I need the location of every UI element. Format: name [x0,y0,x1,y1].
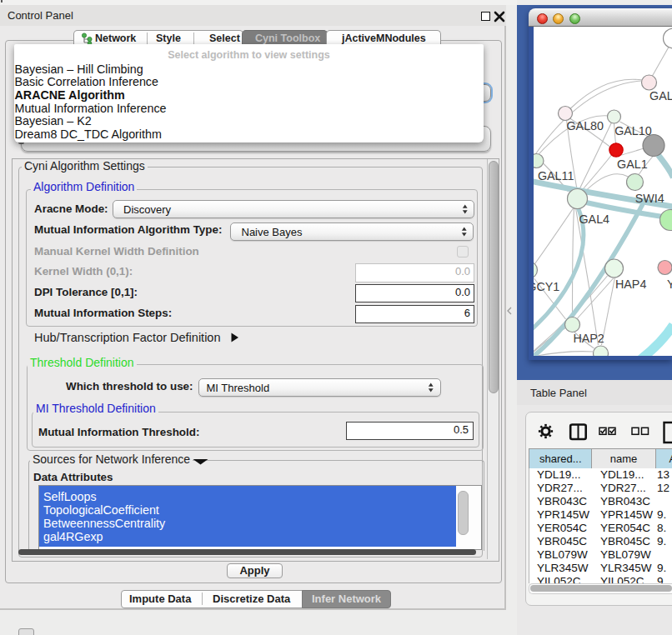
svg-text:HAP4: HAP4 [615,278,646,291]
svg-text:GAL1: GAL1 [617,158,648,171]
svg-text:GAL11: GAL11 [537,169,573,182]
svg-text:SWI4: SWI4 [634,192,664,205]
svg-text:GCY1: GCY1 [534,280,559,293]
svg-text:GAL10: GAL10 [614,124,652,138]
svg-text:GAL7: GAL7 [649,89,672,102]
svg-text:GAL80: GAL80 [566,119,604,132]
svg-text:YEL: YEL [667,278,672,291]
svg-text:HAP2: HAP2 [573,332,604,345]
svg-text:GAL4: GAL4 [579,212,609,226]
